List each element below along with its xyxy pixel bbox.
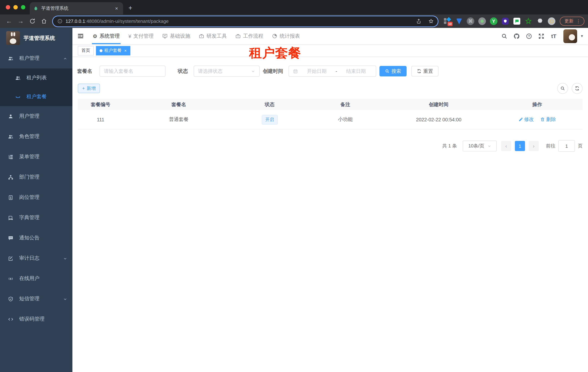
refresh-table-button[interactable]	[572, 83, 583, 94]
show-search-toggle-button[interactable]	[557, 83, 568, 94]
sidebar-item-tenant-package[interactable]: 租户套餐	[0, 87, 73, 106]
fullscreen-button[interactable]	[537, 31, 546, 41]
bookmark-star-button[interactable]	[426, 17, 436, 26]
filter-name-label: 套餐名	[77, 68, 92, 74]
share-button[interactable]	[414, 17, 423, 26]
sidebar-item-audit-log[interactable]: 审计日志	[0, 248, 73, 268]
page-size-select[interactable]: 10条/页	[463, 140, 497, 151]
nav-tab-dev-tools[interactable]: 研发工具	[195, 28, 231, 44]
url-text: 127.0.0.1:48080/admin-ui/system/tenant/p…	[65, 19, 411, 24]
minimize-window-button[interactable]	[13, 5, 18, 10]
fullscreen-icon	[538, 33, 545, 39]
tab-title: 芋道管理系统	[41, 5, 111, 11]
extension-star-icon[interactable]	[525, 17, 532, 25]
message-icon	[8, 235, 13, 241]
page-content: 套餐名 状态 请选择状态 创建时间 开始日期 - 结束日期	[73, 57, 588, 372]
nav-tab-statistics[interactable]: 统计报表	[268, 28, 304, 44]
page-number-1[interactable]: 1	[515, 141, 525, 151]
avatar-caret-down-icon[interactable]: ▾	[581, 34, 583, 38]
extensions-puzzle-icon[interactable]	[536, 17, 544, 25]
sidebar-item-role-management[interactable]: 角色管理	[0, 127, 73, 147]
col-header-id: 套餐编号	[78, 101, 123, 108]
goto-page-input[interactable]	[558, 140, 575, 152]
user-avatar[interactable]	[564, 29, 577, 43]
next-page-button[interactable]: ›	[529, 141, 539, 151]
sidebar-item-tenant-management[interactable]: 租户管理	[0, 48, 73, 68]
sidebar-item-label: 菜单管理	[19, 154, 67, 160]
close-window-button[interactable]	[6, 5, 10, 10]
extension-badge: 10	[447, 22, 452, 26]
col-header-remark: 备注	[305, 101, 386, 108]
goto-page-group: 前往 页	[546, 140, 583, 152]
date-range-picker[interactable]: 开始日期 - 结束日期	[289, 65, 376, 77]
extension-command-icon[interactable]: ⌘	[467, 17, 474, 25]
sidebar-item-sms-management[interactable]: 短信管理	[0, 289, 73, 309]
browser-tab[interactable]: 芋道管理系统 ×	[30, 2, 123, 14]
home-button[interactable]	[38, 16, 49, 26]
github-button[interactable]	[512, 31, 522, 41]
sidebar-item-label: 用户管理	[19, 113, 67, 119]
header-search-button[interactable]	[500, 31, 509, 41]
nav-tab-payment-management[interactable]: ¥ 支付管理	[124, 28, 158, 44]
main-area: 租户套餐 ⚙ 系统管理 ¥ 支付管理	[73, 28, 588, 372]
sidebar-item-notice[interactable]: 通知公告	[0, 228, 73, 248]
extension-y-icon[interactable]: Y	[490, 17, 497, 25]
calendar-icon	[293, 69, 298, 74]
search-icon	[501, 33, 508, 39]
url-bar[interactable]: 127.0.0.1:48080/admin-ui/system/tenant/p…	[53, 16, 438, 26]
sidebar: 芋道管理系统 租户管理 租	[0, 28, 73, 372]
browser-menu-kebab-icon[interactable]: ⋮	[576, 19, 581, 24]
sidebar-toggle-button[interactable]	[73, 28, 88, 44]
delete-label: 删除	[546, 116, 556, 123]
sidebar-item-online-users[interactable]: 在线用户	[0, 268, 73, 289]
browser-update-button[interactable]: 更新 ⋮	[560, 17, 584, 26]
extension-grid-icon[interactable]: 10	[443, 17, 451, 25]
tags-view-bar: 首页 租户套餐 ×	[73, 44, 588, 57]
new-tab-button[interactable]: +	[125, 3, 136, 13]
status-select[interactable]: 请选择状态	[194, 65, 260, 77]
tag-home[interactable]: 首页	[78, 46, 94, 55]
maximize-window-button[interactable]	[21, 5, 25, 10]
sidebar-item-post-management[interactable]: 岗位管理	[0, 187, 73, 208]
chevron-down-icon	[251, 69, 255, 73]
sidebar-item-label: 租户管理	[19, 55, 57, 62]
sidebar-item-tenant-list[interactable]: 租户列表	[0, 68, 73, 87]
eye-closed-icon	[15, 94, 21, 99]
sidebar-item-menu-management[interactable]: 菜单管理	[0, 147, 73, 167]
edit-link[interactable]: 修改	[518, 116, 534, 123]
table-tools	[557, 83, 583, 94]
back-button[interactable]: ←	[4, 16, 14, 26]
extension-gem-icon[interactable]	[455, 17, 463, 25]
reset-button[interactable]: 重置	[411, 66, 439, 76]
font-size-button[interactable]: tT	[549, 31, 558, 41]
sidebar-item-department-management[interactable]: 部门管理	[0, 167, 73, 187]
nav-tab-infrastructure[interactable]: 基础设施	[158, 28, 195, 44]
filter-date-label: 创建时间	[263, 68, 283, 74]
tab-close-icon[interactable]: ×	[114, 5, 119, 11]
add-button[interactable]: + 新增	[78, 84, 100, 93]
share-icon	[416, 19, 421, 24]
briefcase-icon	[236, 33, 241, 39]
nav-tab-system-management[interactable]: ⚙ 系统管理	[88, 28, 124, 44]
help-button[interactable]: ?	[525, 31, 534, 41]
reset-label: 重置	[423, 68, 433, 74]
extension-record-icon[interactable]	[478, 17, 486, 25]
sidebar-item-label: 字典管理	[19, 214, 67, 221]
search-button[interactable]: 搜索	[379, 66, 407, 76]
tag-close-icon[interactable]: ×	[124, 48, 127, 53]
extension-shield-icon[interactable]	[502, 17, 509, 25]
sidebar-item-error-code[interactable]: 错误码管理	[0, 309, 73, 329]
sidebar-item-user-management[interactable]: 用户管理	[0, 106, 73, 127]
tag-tenant-package[interactable]: 租户套餐 ×	[96, 46, 130, 55]
reload-button[interactable]	[27, 16, 38, 26]
sidebar-item-dict-management[interactable]: 字典管理	[0, 208, 73, 228]
nav-tab-workflow[interactable]: 工作流程	[231, 28, 268, 44]
forward-button[interactable]: →	[15, 16, 26, 26]
delete-link[interactable]: 删除	[540, 116, 556, 123]
prev-page-button[interactable]: ‹	[501, 141, 511, 151]
extension-chat-icon[interactable]	[513, 17, 521, 25]
online-user-icon	[8, 276, 13, 281]
package-name-input[interactable]	[100, 65, 166, 77]
dictionary-book-icon	[8, 215, 13, 220]
profile-avatar-icon[interactable]: ☺	[548, 17, 556, 25]
